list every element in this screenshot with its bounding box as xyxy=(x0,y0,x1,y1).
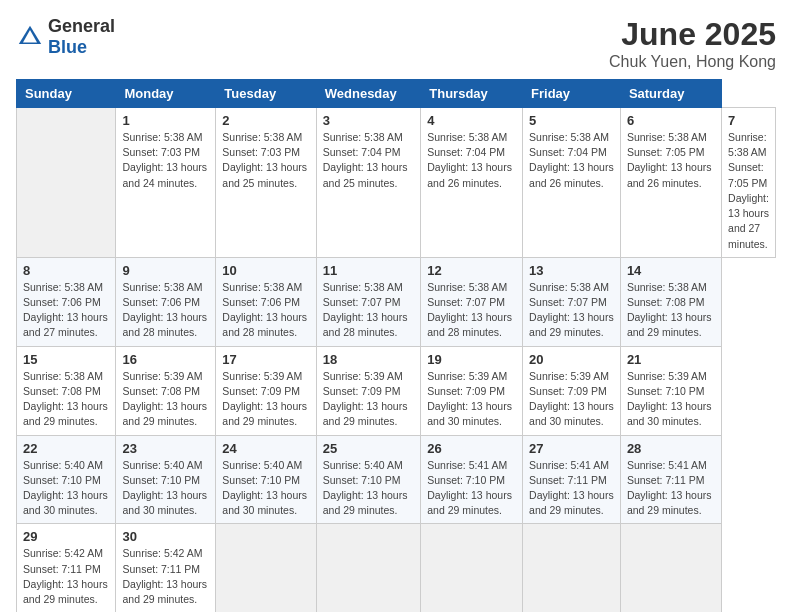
cell-details: Sunrise: 5:38 AMSunset: 7:07 PMDaylight:… xyxy=(427,280,516,341)
logo: General Blue xyxy=(16,16,115,58)
cell-details: Sunrise: 5:38 AMSunset: 7:04 PMDaylight:… xyxy=(323,130,415,191)
day-number: 20 xyxy=(529,352,614,367)
calendar-cell: 17Sunrise: 5:39 AMSunset: 7:09 PMDayligh… xyxy=(216,346,316,435)
page-subtitle: Chuk Yuen, Hong Kong xyxy=(609,53,776,71)
calendar-cell: 15Sunrise: 5:38 AMSunset: 7:08 PMDayligh… xyxy=(17,346,116,435)
cell-details: Sunrise: 5:38 AMSunset: 7:04 PMDaylight:… xyxy=(529,130,614,191)
title-block: June 2025 Chuk Yuen, Hong Kong xyxy=(609,16,776,71)
col-header-friday: Friday xyxy=(523,80,621,108)
day-number: 8 xyxy=(23,263,109,278)
col-header-thursday: Thursday xyxy=(421,80,523,108)
day-number: 5 xyxy=(529,113,614,128)
calendar-cell: 18Sunrise: 5:39 AMSunset: 7:09 PMDayligh… xyxy=(316,346,421,435)
calendar-cell: 21Sunrise: 5:39 AMSunset: 7:10 PMDayligh… xyxy=(620,346,721,435)
cell-details: Sunrise: 5:40 AMSunset: 7:10 PMDaylight:… xyxy=(323,458,415,519)
day-number: 4 xyxy=(427,113,516,128)
calendar-cell: 28Sunrise: 5:41 AMSunset: 7:11 PMDayligh… xyxy=(620,435,721,524)
cell-details: Sunrise: 5:38 AMSunset: 7:08 PMDaylight:… xyxy=(627,280,715,341)
day-number: 27 xyxy=(529,441,614,456)
cell-details: Sunrise: 5:41 AMSunset: 7:10 PMDaylight:… xyxy=(427,458,516,519)
day-number: 15 xyxy=(23,352,109,367)
day-number: 10 xyxy=(222,263,309,278)
calendar-header-row: SundayMondayTuesdayWednesdayThursdayFrid… xyxy=(17,80,776,108)
calendar-cell: 29Sunrise: 5:42 AMSunset: 7:11 PMDayligh… xyxy=(17,524,116,612)
calendar-cell: 20Sunrise: 5:39 AMSunset: 7:09 PMDayligh… xyxy=(523,346,621,435)
calendar-cell: 3Sunrise: 5:38 AMSunset: 7:04 PMDaylight… xyxy=(316,108,421,258)
day-number: 26 xyxy=(427,441,516,456)
day-number: 9 xyxy=(122,263,209,278)
cell-details: Sunrise: 5:38 AMSunset: 7:03 PMDaylight:… xyxy=(122,130,209,191)
cell-details: Sunrise: 5:38 AMSunset: 7:04 PMDaylight:… xyxy=(427,130,516,191)
day-number: 24 xyxy=(222,441,309,456)
col-header-tuesday: Tuesday xyxy=(216,80,316,108)
day-number: 13 xyxy=(529,263,614,278)
day-number: 22 xyxy=(23,441,109,456)
page-header: General Blue June 2025 Chuk Yuen, Hong K… xyxy=(16,16,776,71)
calendar-cell xyxy=(421,524,523,612)
cell-details: Sunrise: 5:38 AMSunset: 7:07 PMDaylight:… xyxy=(529,280,614,341)
day-number: 12 xyxy=(427,263,516,278)
page-title: June 2025 xyxy=(609,16,776,53)
cell-details: Sunrise: 5:38 AMSunset: 7:08 PMDaylight:… xyxy=(23,369,109,430)
cell-details: Sunrise: 5:38 AMSunset: 7:07 PMDaylight:… xyxy=(323,280,415,341)
day-number: 17 xyxy=(222,352,309,367)
calendar-week-row: 15Sunrise: 5:38 AMSunset: 7:08 PMDayligh… xyxy=(17,346,776,435)
cell-details: Sunrise: 5:39 AMSunset: 7:09 PMDaylight:… xyxy=(529,369,614,430)
cell-details: Sunrise: 5:40 AMSunset: 7:10 PMDaylight:… xyxy=(23,458,109,519)
calendar-cell xyxy=(523,524,621,612)
calendar-cell: 30Sunrise: 5:42 AMSunset: 7:11 PMDayligh… xyxy=(116,524,216,612)
day-number: 7 xyxy=(728,113,769,128)
day-number: 19 xyxy=(427,352,516,367)
cell-details: Sunrise: 5:42 AMSunset: 7:11 PMDaylight:… xyxy=(122,546,209,607)
calendar-cell: 7Sunrise: 5:38 AMSunset: 7:05 PMDaylight… xyxy=(722,108,776,258)
calendar-cell: 1Sunrise: 5:38 AMSunset: 7:03 PMDaylight… xyxy=(116,108,216,258)
cell-details: Sunrise: 5:39 AMSunset: 7:09 PMDaylight:… xyxy=(427,369,516,430)
day-number: 3 xyxy=(323,113,415,128)
calendar-cell xyxy=(620,524,721,612)
calendar-cell: 27Sunrise: 5:41 AMSunset: 7:11 PMDayligh… xyxy=(523,435,621,524)
cell-details: Sunrise: 5:39 AMSunset: 7:10 PMDaylight:… xyxy=(627,369,715,430)
calendar-cell: 2Sunrise: 5:38 AMSunset: 7:03 PMDaylight… xyxy=(216,108,316,258)
logo-icon xyxy=(16,23,44,51)
cell-details: Sunrise: 5:42 AMSunset: 7:11 PMDaylight:… xyxy=(23,546,109,607)
cell-details: Sunrise: 5:38 AMSunset: 7:05 PMDaylight:… xyxy=(728,130,769,252)
cell-details: Sunrise: 5:40 AMSunset: 7:10 PMDaylight:… xyxy=(122,458,209,519)
calendar-cell: 4Sunrise: 5:38 AMSunset: 7:04 PMDaylight… xyxy=(421,108,523,258)
calendar-cell xyxy=(316,524,421,612)
calendar-cell: 8Sunrise: 5:38 AMSunset: 7:06 PMDaylight… xyxy=(17,257,116,346)
day-number: 30 xyxy=(122,529,209,544)
cell-details: Sunrise: 5:38 AMSunset: 7:03 PMDaylight:… xyxy=(222,130,309,191)
calendar-cell: 23Sunrise: 5:40 AMSunset: 7:10 PMDayligh… xyxy=(116,435,216,524)
cell-details: Sunrise: 5:39 AMSunset: 7:09 PMDaylight:… xyxy=(323,369,415,430)
cell-details: Sunrise: 5:38 AMSunset: 7:06 PMDaylight:… xyxy=(222,280,309,341)
calendar-week-row: 29Sunrise: 5:42 AMSunset: 7:11 PMDayligh… xyxy=(17,524,776,612)
calendar-week-row: 1Sunrise: 5:38 AMSunset: 7:03 PMDaylight… xyxy=(17,108,776,258)
col-header-sunday: Sunday xyxy=(17,80,116,108)
day-number: 23 xyxy=(122,441,209,456)
calendar-cell: 22Sunrise: 5:40 AMSunset: 7:10 PMDayligh… xyxy=(17,435,116,524)
day-number: 21 xyxy=(627,352,715,367)
day-number: 2 xyxy=(222,113,309,128)
calendar-cell: 25Sunrise: 5:40 AMSunset: 7:10 PMDayligh… xyxy=(316,435,421,524)
calendar-cell: 26Sunrise: 5:41 AMSunset: 7:10 PMDayligh… xyxy=(421,435,523,524)
col-header-monday: Monday xyxy=(116,80,216,108)
calendar-cell: 6Sunrise: 5:38 AMSunset: 7:05 PMDaylight… xyxy=(620,108,721,258)
cell-details: Sunrise: 5:39 AMSunset: 7:08 PMDaylight:… xyxy=(122,369,209,430)
cell-details: Sunrise: 5:38 AMSunset: 7:06 PMDaylight:… xyxy=(122,280,209,341)
calendar-cell xyxy=(17,108,116,258)
day-number: 14 xyxy=(627,263,715,278)
cell-details: Sunrise: 5:41 AMSunset: 7:11 PMDaylight:… xyxy=(529,458,614,519)
calendar-table: SundayMondayTuesdayWednesdayThursdayFrid… xyxy=(16,79,776,612)
calendar-cell: 5Sunrise: 5:38 AMSunset: 7:04 PMDaylight… xyxy=(523,108,621,258)
day-number: 28 xyxy=(627,441,715,456)
calendar-cell: 9Sunrise: 5:38 AMSunset: 7:06 PMDaylight… xyxy=(116,257,216,346)
calendar-cell: 16Sunrise: 5:39 AMSunset: 7:08 PMDayligh… xyxy=(116,346,216,435)
calendar-cell: 11Sunrise: 5:38 AMSunset: 7:07 PMDayligh… xyxy=(316,257,421,346)
calendar-cell: 10Sunrise: 5:38 AMSunset: 7:06 PMDayligh… xyxy=(216,257,316,346)
logo-text-general: General xyxy=(48,16,115,36)
col-header-wednesday: Wednesday xyxy=(316,80,421,108)
day-number: 18 xyxy=(323,352,415,367)
cell-details: Sunrise: 5:38 AMSunset: 7:06 PMDaylight:… xyxy=(23,280,109,341)
col-header-saturday: Saturday xyxy=(620,80,721,108)
calendar-cell xyxy=(216,524,316,612)
